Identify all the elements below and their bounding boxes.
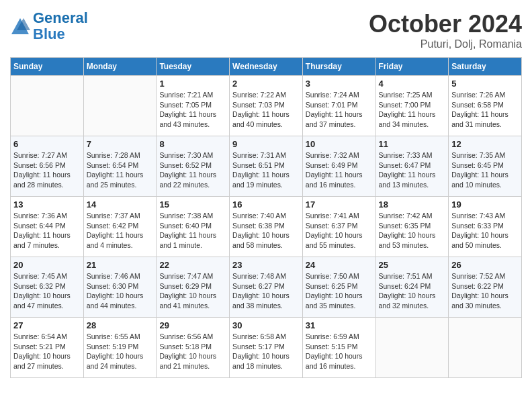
- day-number: 4: [379, 79, 446, 89]
- day-info: Sunrise: 7:46 AMSunset: 6:30 PMDaylight:…: [87, 271, 154, 311]
- day-number: 7: [87, 139, 154, 149]
- calendar-cell: 11Sunrise: 7:33 AMSunset: 6:47 PMDayligh…: [375, 136, 449, 197]
- day-number: 5: [451, 79, 519, 89]
- day-info: Sunrise: 7:35 AMSunset: 6:45 PMDaylight:…: [451, 150, 519, 190]
- day-number: 30: [232, 320, 300, 330]
- weekday-header-row: SundayMondayTuesdayWednesdayThursdayFrid…: [11, 58, 522, 76]
- calendar-cell: 9Sunrise: 7:31 AMSunset: 6:51 PMDaylight…: [230, 136, 303, 197]
- day-number: 23: [232, 260, 300, 270]
- weekday-header-friday: Friday: [375, 58, 449, 76]
- day-info: Sunrise: 7:24 AMSunset: 7:01 PMDaylight:…: [306, 90, 373, 130]
- day-info: Sunrise: 7:42 AMSunset: 6:35 PMDaylight:…: [379, 211, 446, 250]
- calendar-cell: 17Sunrise: 7:41 AMSunset: 6:37 PMDayligh…: [302, 197, 375, 257]
- logo-icon: [10, 17, 30, 36]
- day-info: Sunrise: 7:47 AMSunset: 6:29 PMDaylight:…: [159, 271, 226, 311]
- day-number: 24: [306, 260, 373, 270]
- calendar-cell: [83, 76, 157, 136]
- weekday-header-tuesday: Tuesday: [157, 58, 230, 76]
- day-info: Sunrise: 7:32 AMSunset: 6:49 PMDaylight:…: [306, 150, 373, 190]
- day-info: Sunrise: 6:56 AMSunset: 5:18 PMDaylight:…: [159, 332, 226, 371]
- weekday-header-monday: Monday: [83, 58, 157, 76]
- logo-text: General Blue: [33, 10, 88, 42]
- weekday-header-saturday: Saturday: [449, 58, 522, 76]
- calendar-cell: 30Sunrise: 6:58 AMSunset: 5:17 PMDayligh…: [230, 318, 303, 378]
- day-number: 9: [232, 139, 300, 149]
- day-number: 28: [87, 320, 154, 330]
- day-info: Sunrise: 7:45 AMSunset: 6:32 PMDaylight:…: [13, 271, 81, 311]
- day-number: 18: [379, 199, 446, 210]
- day-info: Sunrise: 7:26 AMSunset: 6:58 PMDaylight:…: [451, 90, 519, 130]
- calendar-cell: [375, 318, 449, 378]
- day-info: Sunrise: 7:52 AMSunset: 6:22 PMDaylight:…: [451, 271, 519, 311]
- calendar-cell: [449, 318, 522, 378]
- day-info: Sunrise: 7:43 AMSunset: 6:33 PMDaylight:…: [451, 211, 519, 250]
- day-number: 12: [451, 139, 519, 149]
- calendar-cell: 24Sunrise: 7:50 AMSunset: 6:25 PMDayligh…: [302, 257, 375, 318]
- calendar-cell: 29Sunrise: 6:56 AMSunset: 5:18 PMDayligh…: [157, 318, 230, 378]
- month-title: October 2024: [369, 10, 522, 38]
- calendar-week-4: 20Sunrise: 7:45 AMSunset: 6:32 PMDayligh…: [11, 257, 522, 318]
- day-info: Sunrise: 7:25 AMSunset: 7:00 PMDaylight:…: [379, 90, 446, 130]
- calendar-cell: 25Sunrise: 7:51 AMSunset: 6:24 PMDayligh…: [375, 257, 449, 318]
- calendar-cell: 28Sunrise: 6:55 AMSunset: 5:19 PMDayligh…: [83, 318, 157, 378]
- day-number: 22: [159, 260, 226, 270]
- page-header: General Blue October 2024 Puturi, Dolj, …: [10, 10, 522, 50]
- day-number: 13: [13, 199, 81, 210]
- calendar-cell: 16Sunrise: 7:40 AMSunset: 6:38 PMDayligh…: [230, 197, 303, 257]
- day-number: 11: [379, 139, 446, 149]
- calendar-week-1: 1Sunrise: 7:21 AMSunset: 7:05 PMDaylight…: [11, 76, 522, 136]
- day-number: 29: [159, 320, 226, 330]
- calendar-week-2: 6Sunrise: 7:27 AMSunset: 6:56 PMDaylight…: [11, 136, 522, 197]
- logo-line2: Blue: [33, 26, 65, 42]
- day-number: 6: [13, 139, 81, 149]
- calendar-cell: [11, 76, 84, 136]
- calendar-cell: 4Sunrise: 7:25 AMSunset: 7:00 PMDaylight…: [375, 76, 449, 136]
- day-info: Sunrise: 7:40 AMSunset: 6:38 PMDaylight:…: [232, 211, 300, 250]
- calendar-cell: 6Sunrise: 7:27 AMSunset: 6:56 PMDaylight…: [11, 136, 84, 197]
- calendar-cell: 13Sunrise: 7:36 AMSunset: 6:44 PMDayligh…: [11, 197, 84, 257]
- day-number: 8: [159, 139, 226, 149]
- day-number: 16: [232, 199, 300, 210]
- weekday-header-sunday: Sunday: [11, 58, 84, 76]
- location: Puturi, Dolj, Romania: [369, 38, 522, 50]
- day-number: 19: [451, 199, 519, 210]
- calendar-body: 1Sunrise: 7:21 AMSunset: 7:05 PMDaylight…: [11, 76, 522, 378]
- day-number: 3: [306, 79, 373, 89]
- weekday-header-thursday: Thursday: [302, 58, 375, 76]
- calendar-cell: 3Sunrise: 7:24 AMSunset: 7:01 PMDaylight…: [302, 76, 375, 136]
- day-info: Sunrise: 7:28 AMSunset: 6:54 PMDaylight:…: [87, 150, 154, 190]
- calendar-cell: 12Sunrise: 7:35 AMSunset: 6:45 PMDayligh…: [449, 136, 522, 197]
- calendar-week-3: 13Sunrise: 7:36 AMSunset: 6:44 PMDayligh…: [11, 197, 522, 257]
- calendar-cell: 18Sunrise: 7:42 AMSunset: 6:35 PMDayligh…: [375, 197, 449, 257]
- day-info: Sunrise: 6:55 AMSunset: 5:19 PMDaylight:…: [87, 332, 154, 371]
- day-number: 10: [306, 139, 373, 149]
- day-info: Sunrise: 7:48 AMSunset: 6:27 PMDaylight:…: [232, 271, 300, 311]
- calendar-cell: 19Sunrise: 7:43 AMSunset: 6:33 PMDayligh…: [449, 197, 522, 257]
- calendar-cell: 8Sunrise: 7:30 AMSunset: 6:52 PMDaylight…: [157, 136, 230, 197]
- calendar-table: SundayMondayTuesdayWednesdayThursdayFrid…: [10, 57, 522, 378]
- title-block: October 2024 Puturi, Dolj, Romania: [369, 10, 522, 50]
- logo: General Blue: [10, 10, 88, 42]
- calendar-cell: 1Sunrise: 7:21 AMSunset: 7:05 PMDaylight…: [157, 76, 230, 136]
- weekday-header-wednesday: Wednesday: [230, 58, 303, 76]
- day-info: Sunrise: 7:27 AMSunset: 6:56 PMDaylight:…: [13, 150, 81, 190]
- day-info: Sunrise: 6:54 AMSunset: 5:21 PMDaylight:…: [13, 332, 81, 371]
- day-info: Sunrise: 7:30 AMSunset: 6:52 PMDaylight:…: [159, 150, 226, 190]
- day-number: 27: [13, 320, 81, 330]
- day-number: 17: [306, 199, 373, 210]
- day-info: Sunrise: 7:31 AMSunset: 6:51 PMDaylight:…: [232, 150, 300, 190]
- day-info: Sunrise: 6:58 AMSunset: 5:17 PMDaylight:…: [232, 332, 300, 371]
- day-info: Sunrise: 7:22 AMSunset: 7:03 PMDaylight:…: [232, 90, 300, 130]
- calendar-header: SundayMondayTuesdayWednesdayThursdayFrid…: [11, 58, 522, 76]
- calendar-cell: 23Sunrise: 7:48 AMSunset: 6:27 PMDayligh…: [230, 257, 303, 318]
- calendar-cell: 5Sunrise: 7:26 AMSunset: 6:58 PMDaylight…: [449, 76, 522, 136]
- day-number: 14: [87, 199, 154, 210]
- day-number: 31: [306, 320, 373, 330]
- day-number: 1: [159, 79, 226, 89]
- calendar-cell: 14Sunrise: 7:37 AMSunset: 6:42 PMDayligh…: [83, 197, 157, 257]
- calendar-cell: 15Sunrise: 7:38 AMSunset: 6:40 PMDayligh…: [157, 197, 230, 257]
- day-number: 26: [451, 260, 519, 270]
- day-info: Sunrise: 7:50 AMSunset: 6:25 PMDaylight:…: [306, 271, 373, 311]
- calendar-cell: 20Sunrise: 7:45 AMSunset: 6:32 PMDayligh…: [11, 257, 84, 318]
- day-info: Sunrise: 6:59 AMSunset: 5:15 PMDaylight:…: [306, 332, 373, 371]
